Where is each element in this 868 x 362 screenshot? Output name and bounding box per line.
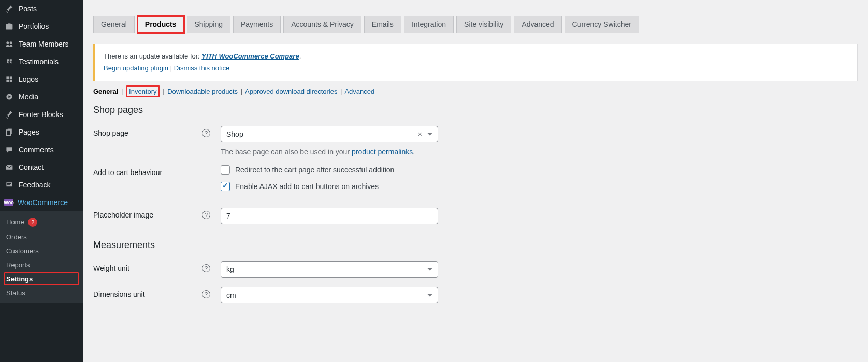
help-icon[interactable]: ? [202,264,210,272]
svg-rect-5 [10,76,12,79]
tab-emails[interactable]: Emails [364,16,401,33]
sidebar-item-pages[interactable]: Pages [0,123,83,141]
section-general[interactable]: General [93,88,118,95]
svg-point-3 [10,41,12,44]
section-inventory[interactable]: Inventory [126,85,160,97]
sidebar-label: WooCommerce [18,198,68,207]
weight-unit-select[interactable]: kg [221,261,438,278]
desc-suffix: . [413,148,415,156]
sidebar-item-team-members[interactable]: Team Members [0,35,83,53]
sidebar-item-feedback[interactable]: Feedback [0,176,83,194]
submenu-home[interactable]: Home 2 [0,214,83,230]
dismiss-notice-link[interactable]: Dismiss this notice [174,64,230,72]
dimensions-unit-select[interactable]: cm [221,287,438,303]
tab-products[interactable]: Products [137,16,184,33]
sidebar-item-logos[interactable]: Logos [0,70,83,88]
pages-icon [4,127,15,137]
chevron-down-icon [427,268,432,270]
checkbox-label: Enable AJAX add to cart buttons on archi… [235,182,379,191]
portfolio-icon [4,21,15,32]
sidebar-item-woocommerce[interactable]: Woo WooCommerce [0,194,83,211]
help-icon[interactable]: ? [202,290,210,298]
section-advanced[interactable]: Advanced [344,88,374,95]
notice-sep: | [168,64,174,72]
sidebar-item-footer-blocks[interactable]: Footer Blocks [0,106,83,123]
tab-payments[interactable]: Payments [233,16,281,33]
sidebar-label: Contact [19,163,44,171]
tab-integration[interactable]: Integration [404,16,454,33]
clear-icon[interactable]: × [418,130,422,138]
submenu-reports[interactable]: Reports [0,258,83,272]
submenu-status[interactable]: Status [0,286,83,300]
sidebar-item-comments[interactable]: Comments [0,141,83,158]
feedback-icon [4,180,15,190]
label-placeholder: Placeholder image [93,211,153,219]
tab-advanced[interactable]: Advanced [514,16,561,33]
sidebar-item-media[interactable]: Media [0,88,83,106]
sidebar-item-testimonials[interactable]: Testimonials [0,53,83,70]
section-approved[interactable]: Approved download directories [245,88,338,95]
media-icon [4,92,15,102]
group-icon [4,39,15,49]
products-sections-nav: General | Inventory | Downloadable produ… [93,88,858,95]
row-add-to-cart: Add to cart behaviour Redirect to the ca… [93,165,858,198]
notice-prefix: There is an update available for: [104,52,201,60]
help-icon[interactable]: ? [202,211,210,219]
woocommerce-submenu: Home 2 Orders Customers Reports Settings… [0,211,83,303]
desc-prefix: The base page can also be used in your [221,148,352,156]
submenu-orders[interactable]: Orders [0,230,83,244]
placeholder-image-input[interactable] [221,208,438,224]
sidebar-label: Media [19,93,38,101]
checkbox-ajax[interactable]: Enable AJAX add to cart buttons on archi… [221,182,614,191]
home-badge: 2 [28,218,37,227]
pin-icon [4,4,15,14]
help-icon[interactable]: ? [202,129,210,137]
section-downloadable[interactable]: Downloadable products [167,88,238,95]
mail-icon [4,162,15,172]
checkbox-redirect[interactable]: Redirect to the cart page after successf… [221,165,614,175]
content-area: General Products Shipping Payments Accou… [83,0,868,362]
notice-plugin-link[interactable]: YITH WooCommerce Compare [201,52,299,60]
svg-rect-1 [8,23,11,24]
checkbox-ajax-input[interactable] [221,182,230,191]
svg-rect-15 [7,184,10,185]
sidebar-item-posts[interactable]: Posts [0,0,83,18]
sidebar-label: Testimonials [19,57,59,66]
settings-tabs: General Products Shipping Payments Accou… [93,0,858,33]
tab-accounts[interactable]: Accounts & Privacy [283,16,361,33]
update-notice: There is an update available for: YITH W… [93,44,858,81]
grid-icon [4,74,15,84]
pin-icon [4,109,15,120]
woocommerce-icon: Woo [4,199,13,206]
svg-rect-14 [7,183,11,184]
tab-visibility[interactable]: Site visibility [456,16,511,33]
sidebar-label: Posts [19,5,37,13]
begin-update-link[interactable]: Begin updating plugin [104,64,168,72]
sidebar-label: Logos [19,75,38,83]
shop-page-select[interactable]: Shop × [221,126,438,142]
product-permalinks-link[interactable]: product permalinks [352,148,413,156]
tab-shipping[interactable]: Shipping [187,16,231,33]
submenu-label: Home [6,218,24,226]
tab-currency[interactable]: Currency Switcher [565,16,639,33]
label-dimensions: Dimensions unit [93,290,145,298]
comment-icon [4,144,15,155]
svg-rect-6 [6,80,9,82]
row-placeholder-image: Placeholder image ? [93,208,858,224]
submenu-settings[interactable]: Settings [4,273,79,285]
row-dimensions-unit: Dimensions unit ? cm [93,287,858,303]
select-value: Shop [226,130,243,138]
sidebar-label: Comments [19,146,54,154]
sidebar-item-portfolios[interactable]: Portfolios [0,18,83,35]
label-add-to-cart: Add to cart behaviour [93,168,162,177]
sidebar-label: Pages [19,128,39,136]
checkbox-redirect-input[interactable] [221,165,230,175]
row-weight-unit: Weight unit ? kg [93,261,858,278]
sidebar-item-contact[interactable]: Contact [0,158,83,176]
svg-point-2 [6,41,9,44]
submenu-customers[interactable]: Customers [0,244,83,258]
svg-rect-11 [6,130,10,135]
tab-general[interactable]: General [93,16,135,33]
chevron-down-icon [427,133,432,135]
row-shop-page: Shop page ? Shop × The base page can als… [93,126,858,156]
